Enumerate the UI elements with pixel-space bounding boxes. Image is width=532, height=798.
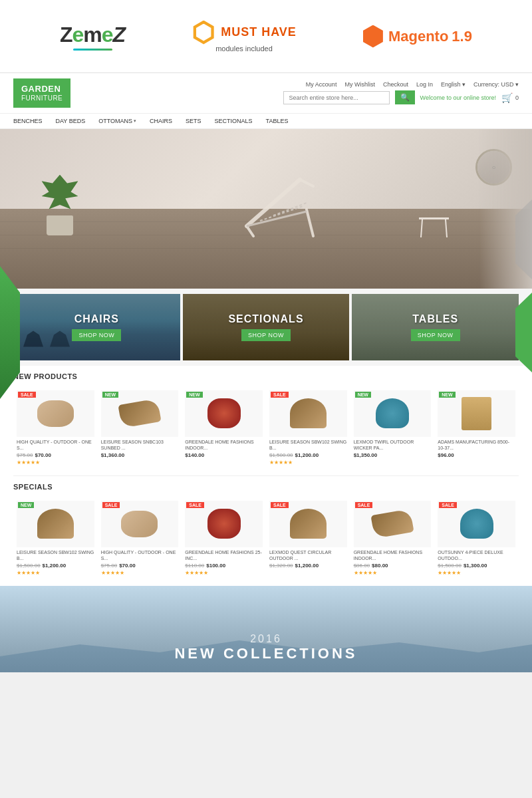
magento-logo: Magento 1.9: [363, 25, 472, 48]
product-price: $1,500.00$1,200.00: [17, 563, 94, 569]
chairs-title: CHAIRS: [74, 313, 119, 325]
product-name: HIGH QUALITY - OUTDOOR - ONE S...: [101, 549, 179, 561]
product-price: $96.00: [438, 452, 515, 458]
product-card[interactable]: NEWSALEHIGH QUALITY - OUTDOOR - ONE S...…: [13, 387, 98, 469]
product-stars: ★★★★★: [438, 570, 515, 576]
product-price: $75.00$70.00: [17, 452, 94, 458]
must-have-subtitle: modules included: [215, 45, 273, 53]
product-thumbnail: [37, 509, 74, 539]
nav-chairs[interactable]: CHAIRS: [150, 118, 172, 124]
product-thumbnail: [290, 398, 327, 428]
svg-line-1: [300, 180, 313, 186]
sectionals-overlay: SECTIONALS SHOP NOW: [183, 294, 350, 360]
search-input[interactable]: [283, 91, 390, 104]
current-price: $1,360.00: [101, 452, 125, 458]
product-price: $75.00$70.00: [101, 563, 179, 569]
sale-badge: SALE: [271, 502, 289, 508]
header-right: My Account My Wishlist Checkout Log In E…: [283, 81, 519, 104]
specials-grid: NEWLEISURE SEASON SBW102 SWING B...$1,50…: [0, 494, 532, 586]
product-thumbnail: [376, 398, 409, 428]
new-products-grid: NEWSALEHIGH QUALITY - OUTDOOR - ONE S...…: [0, 384, 532, 475]
new-badge: NEW: [18, 502, 34, 508]
product-name: LEISURE SEASON SNBC103 SUNBED ...: [101, 439, 179, 451]
new-collections-banner: 2016 NEW COLLECTIONS: [0, 586, 532, 672]
zemes-logo: ZemeZ: [60, 23, 125, 51]
new-badge: NEW: [186, 392, 202, 398]
nav-sectionals[interactable]: SECTIONALS: [215, 118, 253, 124]
product-card[interactable]: NEWLEISURE SEASON SBW102 SWING B...$1,50…: [13, 497, 98, 579]
product-thumbnail: [462, 397, 491, 430]
nav-ottomans[interactable]: OTTOMANS ▾: [98, 118, 136, 124]
tables-overlay: TABLES SHOP NOW: [352, 294, 519, 360]
my-account-link[interactable]: My Account: [306, 81, 337, 88]
product-price: $1,500.00$1,200.00: [269, 452, 347, 458]
nav-benches[interactable]: BENCHES: [13, 118, 43, 124]
product-thumbnail: [290, 509, 327, 539]
sale-badge: SALE: [439, 502, 457, 508]
product-card[interactable]: SALEOUTSUNNY 4-PIECE DELUXE OUTDOO...$1,…: [434, 497, 519, 579]
product-name: GREENDALE HOME FASHIONS INDOOR...: [354, 549, 432, 561]
product-card[interactable]: NEWADAMS MANUFACTURING 8500-10-37...$96.…: [434, 387, 519, 469]
must-have-badge: MUST HAVE modules included: [192, 21, 297, 53]
chairs-shop-now[interactable]: SHOP NOW: [72, 329, 121, 341]
tables-banner[interactable]: TABLES SHOP NOW: [352, 294, 519, 360]
welcome-text: Welcome to our online store!: [420, 94, 496, 101]
cart-count: 0: [515, 94, 519, 101]
checkout-link[interactable]: Checkout: [383, 81, 408, 88]
product-name: GREENDALE HOME FASHIONS 25-INC...: [185, 549, 263, 561]
tables-shop-now[interactable]: SHOP NOW: [411, 329, 460, 341]
login-link[interactable]: Log In: [416, 81, 433, 88]
product-name: ADAMS MANUFACTURING 8500-10-37...: [438, 439, 515, 451]
sectionals-shop-now[interactable]: SHOP NOW: [241, 329, 291, 341]
sectionals-title: SECTIONALS: [228, 313, 303, 325]
current-price: $1,350.00: [354, 452, 378, 458]
product-name: OUTSUNNY 4-PIECE DELUXE OUTDOO...: [438, 549, 515, 561]
new-badge: NEW: [355, 392, 371, 398]
store-header: GARDEN FURNITURE My Account My Wishlist …: [0, 73, 532, 114]
search-row: 🔍 Welcome to our online store! 🛒 0: [283, 90, 519, 104]
svg-line-3: [307, 209, 313, 236]
product-card[interactable]: SALELEXMOD QUEST CIRCULAR OUTDOOR ...$1,…: [266, 497, 350, 579]
chairs-banner[interactable]: CHAIRS SHOP NOW: [13, 294, 180, 360]
old-price: $1,500.00: [17, 563, 41, 569]
sale-badge: SALE: [271, 392, 289, 398]
language-select[interactable]: English ▾: [441, 81, 466, 88]
sale-badge: SALE: [18, 392, 36, 398]
current-price: $1,200.00: [43, 563, 66, 569]
product-stars: ★★★★★: [17, 460, 94, 466]
product-price: $1,360.00: [101, 452, 179, 458]
cart-icon: 🛒: [501, 92, 513, 103]
product-price: $1,350.00: [354, 452, 432, 458]
product-card[interactable]: NEWLEISURE SEASON SNBC103 SUNBED ...$1,3…: [98, 387, 182, 469]
search-button[interactable]: 🔍: [395, 90, 415, 104]
product-card[interactable]: NEWLEXMOD TWIRL OUTDOOR WICKER PA...$1,3…: [350, 387, 435, 469]
sectionals-banner[interactable]: SECTIONALS SHOP NOW: [183, 294, 350, 360]
product-card[interactable]: NEWGREENDALE HOME FASHIONS INDOOR...$140…: [182, 387, 266, 469]
nav-sets[interactable]: SETS: [186, 118, 201, 124]
sale-badge: SALE: [186, 502, 204, 508]
wishlist-link[interactable]: My Wishlist: [344, 81, 375, 88]
current-price: $70.00: [35, 452, 51, 458]
product-card[interactable]: SALEGREENDALE HOME FASHIONS 25-INC...$11…: [182, 497, 266, 579]
new-badge: NEW: [439, 392, 455, 398]
product-name: LEISURE SEASON SBW102 SWING B...: [17, 549, 94, 561]
nav-day-beds[interactable]: DAY BEDS: [56, 118, 86, 124]
store-navigation: BENCHES DAY BEDS OTTOMANS ▾ CHAIRS SETS …: [0, 114, 532, 129]
sale-badge: SALE: [355, 502, 373, 508]
new-collections-year: 2016: [174, 633, 357, 645]
hero-plant: [40, 176, 80, 235]
chairs-overlay: CHAIRS SHOP NOW: [13, 294, 180, 360]
hero-banner: ○: [0, 129, 532, 289]
new-badge: NEW: [102, 392, 118, 398]
category-banners: CHAIRS SHOP NOW SECTIONALS SHOP NOW TABL…: [0, 289, 532, 366]
svg-rect-7: [419, 217, 449, 219]
currency-select[interactable]: Currency: USD ▾: [473, 81, 519, 88]
product-price: $110.00$100.00: [185, 563, 263, 569]
product-card[interactable]: NEWSALEHIGH QUALITY - OUTDOOR - ONE S...…: [98, 497, 182, 579]
product-stars: ★★★★★: [101, 570, 179, 576]
product-card[interactable]: NEWSALELEISURE SEASON SBW102 SWING B...$…: [266, 387, 350, 469]
product-card[interactable]: SALEGREENDALE HOME FASHIONS INDOOR...$86…: [350, 497, 435, 579]
cart-icon-wrap[interactable]: 🛒 0: [501, 92, 519, 103]
current-price: $96.00: [438, 452, 454, 458]
nav-tables[interactable]: TABLES: [266, 118, 289, 124]
